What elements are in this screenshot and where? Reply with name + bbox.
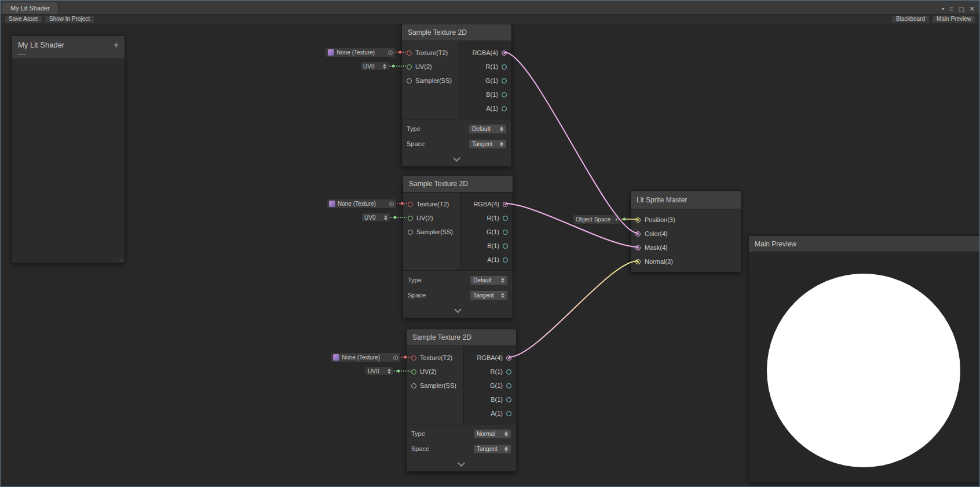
texture2d-port-icon[interactable] xyxy=(407,50,412,56)
node2-texture-default-field[interactable]: None (Texture) xyxy=(326,199,397,209)
vector1-port-icon[interactable] xyxy=(506,411,511,416)
node3-texture-default-field[interactable]: None (Texture) xyxy=(330,352,401,362)
node2-input-sampler[interactable]: Sampler(SS) xyxy=(403,225,460,239)
node3-output-b[interactable]: B(1) xyxy=(464,392,516,406)
node2-output-a[interactable]: A(1) xyxy=(460,253,513,267)
node-sample-texture-2d-1[interactable]: Sample Texture 2D Texture(T2) UV(2) Samp… xyxy=(401,24,512,167)
show-in-project-button[interactable]: Show In Project xyxy=(45,15,94,23)
node1-input-uv[interactable]: UV(2) xyxy=(402,60,459,74)
master-input-position[interactable]: Position(3) xyxy=(631,213,741,227)
node3-input-texture[interactable]: Texture(T2) xyxy=(407,351,463,365)
object-picker-icon[interactable] xyxy=(388,50,393,55)
vector4-port-icon[interactable] xyxy=(503,202,508,207)
main-preview-toggle-button[interactable]: Main Preview xyxy=(932,15,976,23)
node3-output-r[interactable]: R(1) xyxy=(464,365,516,379)
maximize-icon[interactable]: ▢ xyxy=(958,6,964,12)
object-picker-icon[interactable] xyxy=(389,202,394,206)
node1-texture-default-field[interactable]: None (Texture) xyxy=(325,48,396,57)
sampler-port-icon[interactable] xyxy=(411,383,416,388)
node3-input-uv[interactable]: UV(2) xyxy=(407,365,463,379)
node3-header[interactable]: Sample Texture 2D xyxy=(407,329,516,346)
node1-input-sampler[interactable]: Sampler(SS) xyxy=(402,74,459,88)
node3-input-sampler[interactable]: Sampler(SS) xyxy=(407,379,463,392)
main-preview-panel[interactable]: Main Preview xyxy=(748,235,980,482)
vector3-port-icon[interactable] xyxy=(635,259,641,264)
vector1-port-icon[interactable] xyxy=(506,369,511,375)
node2-header[interactable]: Sample Texture 2D xyxy=(403,176,513,192)
node1-collapse-button[interactable] xyxy=(402,153,511,166)
node2-uv-channel-dropdown[interactable]: UV0 xyxy=(361,213,390,222)
master-header[interactable]: Lit Sprite Master xyxy=(631,191,741,209)
node2-output-rgba[interactable]: RGBA(4) xyxy=(460,197,513,211)
node-lit-sprite-master[interactable]: Lit Sprite Master Position(3) Color(4) M… xyxy=(630,190,741,272)
window-dropdown-icon[interactable]: ▾ xyxy=(942,6,944,12)
position-space-dropdown[interactable]: Object Space ▾ xyxy=(573,215,620,224)
node3-output-g[interactable]: G(1) xyxy=(464,379,516,392)
node1-output-a[interactable]: A(1) xyxy=(459,101,511,115)
window-menu-icon[interactable]: ≡ xyxy=(949,6,953,12)
master-input-normal[interactable]: Normal(3) xyxy=(631,255,741,268)
vector1-port-icon[interactable] xyxy=(502,92,507,97)
node2-input-texture[interactable]: Texture(T2) xyxy=(403,197,460,211)
vector1-port-icon[interactable] xyxy=(503,244,508,249)
node2-input-uv[interactable]: UV(2) xyxy=(403,211,460,225)
vector2-port-icon[interactable] xyxy=(411,369,416,375)
edge-rgba3-to-normal[interactable] xyxy=(509,261,638,357)
node1-header[interactable]: Sample Texture 2D xyxy=(402,24,511,41)
vector4-port-icon[interactable] xyxy=(635,245,641,250)
blackboard-header[interactable]: My Lit Shader + xyxy=(12,36,125,59)
vector1-port-icon[interactable] xyxy=(506,383,511,388)
vector1-port-icon[interactable] xyxy=(502,64,507,70)
vector4-port-icon[interactable] xyxy=(502,50,507,56)
texture2d-port-icon[interactable] xyxy=(408,202,413,207)
vector1-port-icon[interactable] xyxy=(506,397,511,402)
graph-canvas[interactable]: My Lit Shader + Sample Texture 2D Textur… xyxy=(1,1,979,486)
node1-type-dropdown[interactable]: Default xyxy=(469,124,507,134)
vector3-port-icon[interactable] xyxy=(635,217,641,223)
vector4-port-icon[interactable] xyxy=(506,355,511,361)
node3-space-dropdown[interactable]: Tangent xyxy=(473,444,511,454)
blackboard-panel[interactable]: My Lit Shader + xyxy=(12,35,125,264)
sampler-port-icon[interactable] xyxy=(408,230,413,235)
vector1-port-icon[interactable] xyxy=(503,230,508,235)
node1-space-dropdown[interactable]: Tangent xyxy=(469,139,507,149)
node2-output-g[interactable]: G(1) xyxy=(460,225,513,239)
vector2-port-icon[interactable] xyxy=(407,64,412,70)
node2-space-dropdown[interactable]: Tangent xyxy=(470,290,508,300)
edge-rgba2-to-mask[interactable] xyxy=(506,203,638,247)
node1-output-r[interactable]: R(1) xyxy=(459,60,511,74)
node-sample-texture-2d-3[interactable]: Sample Texture 2D Texture(T2) UV(2) Samp… xyxy=(406,329,517,472)
object-picker-icon[interactable] xyxy=(393,355,398,360)
texture2d-port-icon[interactable] xyxy=(411,355,416,361)
preview-viewport[interactable] xyxy=(749,252,979,482)
node2-collapse-button[interactable] xyxy=(403,304,513,318)
node3-type-dropdown[interactable]: Normal xyxy=(473,429,511,439)
master-input-mask[interactable]: Mask(4) xyxy=(631,241,741,255)
node1-output-b[interactable]: B(1) xyxy=(459,88,511,101)
node2-output-b[interactable]: B(1) xyxy=(460,239,513,253)
node2-output-r[interactable]: R(1) xyxy=(460,211,513,225)
node2-type-dropdown[interactable]: Default xyxy=(470,275,508,285)
vector4-port-icon[interactable] xyxy=(635,231,641,237)
vector1-port-icon[interactable] xyxy=(502,78,507,83)
vector2-port-icon[interactable] xyxy=(408,216,413,221)
close-icon[interactable]: ✕ xyxy=(970,6,975,12)
node1-output-rgba[interactable]: RGBA(4) xyxy=(459,46,511,60)
vector1-port-icon[interactable] xyxy=(503,257,508,263)
add-property-button[interactable]: + xyxy=(114,41,119,49)
main-preview-header[interactable]: Main Preview xyxy=(749,236,979,252)
save-asset-button[interactable]: Save Asset xyxy=(4,15,42,23)
node1-uv-channel-dropdown[interactable]: UV0 xyxy=(360,61,389,71)
node3-uv-channel-dropdown[interactable]: UV0 xyxy=(365,366,394,376)
master-input-color[interactable]: Color(4) xyxy=(631,227,741,241)
node-sample-texture-2d-2[interactable]: Sample Texture 2D Texture(T2) UV(2) Samp… xyxy=(403,175,513,318)
node1-output-g[interactable]: G(1) xyxy=(459,74,511,88)
node3-output-rgba[interactable]: RGBA(4) xyxy=(464,351,516,365)
edge-rgba1-to-color[interactable] xyxy=(504,52,638,233)
node3-collapse-button[interactable] xyxy=(407,458,516,471)
vector1-port-icon[interactable] xyxy=(502,106,507,111)
window-tab[interactable]: My Lit Shader xyxy=(2,2,58,14)
node1-input-texture[interactable]: Texture(T2) xyxy=(402,46,459,60)
vector1-port-icon[interactable] xyxy=(503,216,508,221)
node3-output-a[interactable]: A(1) xyxy=(464,406,516,420)
